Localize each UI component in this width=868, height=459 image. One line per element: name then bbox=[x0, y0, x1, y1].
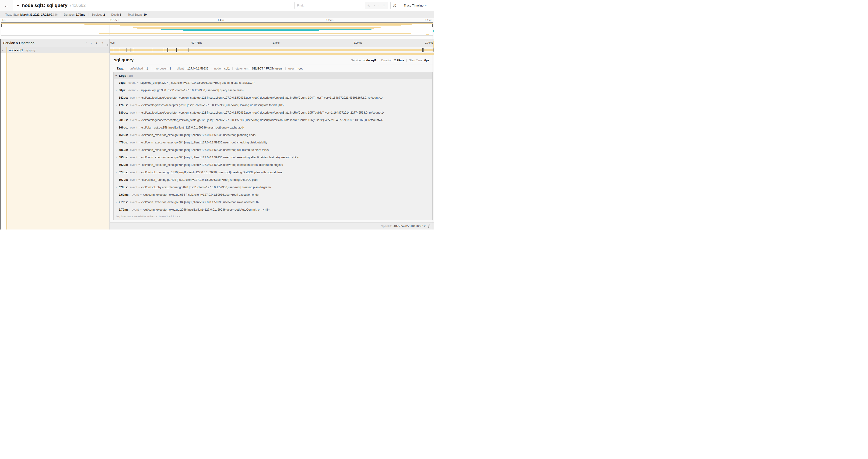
tags-label: Tags: bbox=[117, 67, 124, 70]
column-resizer-handle[interactable] bbox=[107, 44, 108, 46]
log-expand-chevron-icon[interactable]: › bbox=[116, 141, 117, 144]
log-expand-chevron-icon[interactable]: › bbox=[116, 111, 117, 114]
trace-total-spans: Total Spans10 bbox=[125, 13, 150, 16]
span-id-value: 4877749850101760812 bbox=[394, 224, 426, 228]
gridline bbox=[191, 39, 191, 47]
tag-item: node=sql1 bbox=[211, 67, 232, 70]
minimap-span-bar bbox=[85, 24, 412, 25]
span-collapse-chevron-icon[interactable]: › bbox=[1, 50, 4, 51]
find-group: ◎ › › ✕ bbox=[294, 2, 388, 9]
trace-start: Trace StartMarch 31 2022, 17:25:09.326 bbox=[2, 13, 61, 16]
trace-title-wrap: › node sql1: sql query 7418682 bbox=[13, 3, 86, 8]
log-expand-chevron-icon[interactable]: › bbox=[116, 208, 117, 211]
log-expand-chevron-icon[interactable]: › bbox=[116, 89, 117, 92]
log-row[interactable]: ›597μs:event=‹sql/distsql_running.go:498… bbox=[114, 176, 432, 184]
minimap-span-bar bbox=[99, 33, 411, 34]
log-expand-chevron-icon[interactable]: › bbox=[116, 126, 117, 129]
log-expand-chevron-icon[interactable]: › bbox=[116, 149, 117, 151]
timeline-grid-header: Service & Operation › › » » 0μs697.75μs1… bbox=[0, 39, 434, 47]
log-row[interactable]: ›80μs:event=‹sql/plan_opt.go:358 [nsql1,… bbox=[114, 87, 432, 94]
logs-collapse-chevron-icon[interactable]: › bbox=[115, 75, 118, 76]
minimap-span-bar bbox=[1, 23, 433, 24]
log-event-tick bbox=[422, 48, 423, 52]
tags-list: _unfinished=1_verbose=1client=127.0.0.1:… bbox=[125, 67, 305, 70]
collapse-trace-chevron-icon[interactable]: › bbox=[16, 5, 21, 6]
log-row[interactable]: ›142μs:event=‹sql/catalog/lease/descript… bbox=[114, 94, 432, 101]
expand-one-icon[interactable]: › bbox=[91, 41, 92, 45]
logs-count: (18) bbox=[127, 74, 133, 77]
log-expand-chevron-icon[interactable]: › bbox=[116, 193, 117, 196]
minimap-gap bbox=[0, 36, 434, 39]
tags-row[interactable]: › Tags: _unfinished=1_verbose=1client=12… bbox=[110, 65, 434, 72]
log-row[interactable]: ›678μs:event=‹sql/distsql_physical_plann… bbox=[114, 184, 432, 191]
log-row[interactable]: ›574μs:event=‹sql/distsql_running.go:142… bbox=[114, 169, 432, 176]
log-expand-chevron-icon[interactable]: › bbox=[116, 119, 117, 122]
tag-item: statement=SELECT * FROM users bbox=[232, 67, 285, 70]
log-expand-chevron-icon[interactable]: › bbox=[116, 81, 117, 84]
log-expand-chevron-icon[interactable]: › bbox=[116, 104, 117, 107]
log-expand-chevron-icon[interactable]: › bbox=[116, 171, 117, 174]
deep-link-icon[interactable] bbox=[427, 224, 431, 228]
log-event-tick bbox=[163, 48, 163, 52]
tag-item: client=127.0.0.1:59936 bbox=[174, 67, 211, 70]
start-time-label: Start Time: bbox=[409, 59, 423, 62]
keyboard-shortcuts-button[interactable]: ⌘ bbox=[391, 2, 398, 9]
page-title: node sql1: sql query bbox=[22, 3, 67, 8]
log-expand-chevron-icon[interactable]: › bbox=[116, 96, 117, 99]
detail-row-indent-fill bbox=[7, 53, 110, 230]
log-expand-chevron-icon[interactable]: › bbox=[116, 163, 117, 166]
expand-all-icon[interactable]: » bbox=[101, 41, 103, 45]
collapse-controls: › › » » bbox=[86, 41, 110, 45]
find-next-icon[interactable]: › bbox=[377, 5, 380, 6]
trace-timeline-page: ← › node sql1: sql query 7418682 ◎ › › ✕… bbox=[0, 0, 434, 230]
log-expand-chevron-icon[interactable]: › bbox=[116, 186, 117, 189]
chevron-down-icon: › bbox=[424, 5, 428, 6]
log-row[interactable]: ›201μs:event=‹sql/catalog/lease/descript… bbox=[114, 117, 432, 124]
service-value: node sql1 bbox=[363, 59, 376, 62]
clear-search-icon[interactable]: ✕ bbox=[383, 4, 385, 7]
service-operation-title: Service & Operation bbox=[3, 41, 34, 45]
trace-duration: Duration2.79ms bbox=[61, 13, 88, 16]
log-row[interactable]: ›459μs:event=‹sql/conn_executor_exec.go:… bbox=[114, 131, 432, 139]
log-row[interactable]: ›495μs:event=‹sql/conn_executor_exec.go:… bbox=[114, 154, 432, 161]
span-detail-panel: sql query Service:node sql1 Duration:2.7… bbox=[110, 53, 434, 230]
log-row[interactable]: ›502μs:event=‹sql/conn_executor_exec.go:… bbox=[114, 161, 432, 169]
collapse-all-icon[interactable]: » bbox=[95, 42, 98, 44]
tag-item: user=root bbox=[285, 67, 305, 70]
collapse-one-icon[interactable]: › bbox=[84, 42, 88, 44]
log-expand-chevron-icon[interactable]: › bbox=[116, 201, 117, 204]
log-row[interactable]: ›34μs:event=‹sql/exec_util.go:2297 [nsql… bbox=[114, 79, 432, 87]
view-selector-button[interactable]: Trace Timeline › bbox=[401, 2, 429, 9]
span-row-name-cell[interactable]: › node sql1 sql query bbox=[0, 47, 110, 53]
log-row[interactable]: ›366μs:event=‹sql/plan_opt.go:358 [nsql1… bbox=[114, 124, 432, 131]
minimap-canvas[interactable] bbox=[1, 22, 433, 35]
log-row[interactable]: ›176μs:event=‹sql/catalog/descs/descript… bbox=[114, 101, 432, 109]
duration-value: 2.79ms bbox=[394, 59, 404, 62]
minimap-span-bar bbox=[161, 29, 371, 30]
span-service-name: node sql1 bbox=[9, 48, 23, 52]
logs-footnote: Log timestamps are relative to the start… bbox=[114, 214, 432, 220]
back-button[interactable]: ← bbox=[0, 0, 13, 11]
log-expand-chevron-icon[interactable]: › bbox=[116, 134, 117, 136]
log-row[interactable]: ›476μs:event=‹sql/conn_executor_exec.go:… bbox=[114, 139, 432, 146]
minimap-span-bar bbox=[120, 25, 401, 27]
log-expand-chevron-icon[interactable]: › bbox=[116, 178, 117, 181]
log-row[interactable]: ›189μs:event=‹sql/catalog/lease/descript… bbox=[114, 109, 432, 117]
logs-header[interactable]: › Logs (18) bbox=[114, 72, 432, 79]
log-row[interactable]: ›2.7ms:event=‹sql/conn_executor_exec.go:… bbox=[114, 198, 432, 206]
log-rows: ›34μs:event=‹sql/exec_util.go:2297 [nsql… bbox=[114, 79, 432, 214]
find-input[interactable] bbox=[295, 2, 365, 9]
log-event-tick bbox=[114, 48, 114, 52]
trace-summary-bar: Trace StartMarch 31 2022, 17:25:09.326 D… bbox=[0, 11, 434, 18]
log-row[interactable]: ›2.69ms:event=‹sql/conn_executor_exec.go… bbox=[114, 191, 432, 198]
logs-section: › Logs (18) ›34μs:event=‹sql/exec_util.g… bbox=[114, 72, 433, 220]
span-detail-meta: Service:node sql1 Duration:2.79ms Start … bbox=[351, 59, 429, 62]
log-expand-chevron-icon[interactable]: › bbox=[116, 156, 117, 159]
locate-icon[interactable]: ◎ bbox=[368, 4, 370, 7]
tags-expand-chevron-icon[interactable]: › bbox=[114, 67, 114, 70]
log-row[interactable]: ›2.79ms:event=‹sql/conn_executor_exec.go… bbox=[114, 206, 432, 214]
left-scroll-edge bbox=[0, 39, 1, 230]
find-prev-icon[interactable]: › bbox=[372, 5, 376, 6]
log-row[interactable]: ›486μs:event=‹sql/conn_executor_exec.go:… bbox=[114, 146, 432, 154]
top-bar: ← › node sql1: sql query 7418682 ◎ › › ✕… bbox=[0, 0, 434, 11]
